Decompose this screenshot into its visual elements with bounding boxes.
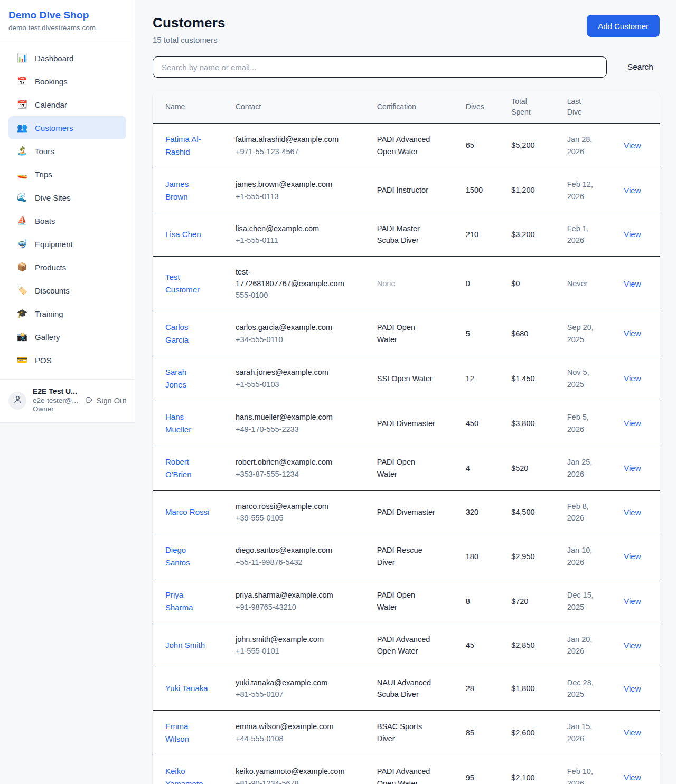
package-icon: 📦 xyxy=(17,263,29,271)
calendar-icon: 📅 xyxy=(17,77,29,86)
customer-name-link[interactable]: Carlos Garcia xyxy=(165,321,210,346)
sailboat-icon: ⛵ xyxy=(17,216,29,225)
view-link[interactable]: View xyxy=(624,773,641,782)
view-link[interactable]: View xyxy=(624,728,641,737)
customer-name-link[interactable]: Fatima Al-Rashid xyxy=(165,133,210,158)
certification-value: PADI Master Scuba Diver xyxy=(377,223,436,247)
sidebar-item-dive-sites[interactable]: 🌊 Dive Sites xyxy=(8,186,126,209)
sidebar-item-customers[interactable]: 👥 Customers xyxy=(8,116,126,139)
shop-logo[interactable]: Demo Dive Shop demo.test.divestreams.com xyxy=(0,0,135,40)
sidebar-item-label: Trips xyxy=(35,170,52,179)
customer-name-link[interactable]: John Smith xyxy=(165,639,205,651)
total-spent-value: $2,100 xyxy=(505,755,561,784)
customer-name-link[interactable]: Hans Mueller xyxy=(165,411,210,436)
total-spent-value: $680 xyxy=(505,311,561,356)
sidebar-item-bookings[interactable]: 📅 Bookings xyxy=(8,70,126,93)
credit-card-icon: 💳 xyxy=(17,356,29,364)
camera-icon: 📸 xyxy=(17,333,29,341)
sidebar-item-gallery[interactable]: 📸 Gallery xyxy=(8,325,126,348)
total-spent-value: $720 xyxy=(505,579,561,624)
view-link[interactable]: View xyxy=(624,329,641,338)
certification-value: BSAC Sports Diver xyxy=(377,721,436,744)
sidebar-item-calendar[interactable]: 📆 Calendar xyxy=(8,93,126,116)
sidebar-item-pos[interactable]: 💳 POS xyxy=(8,348,126,372)
user-info: E2E Test U... e2e-tester@... Owner xyxy=(33,387,85,414)
customer-email: robert.obrien@example.com xyxy=(236,456,345,468)
sidebar-item-tours[interactable]: 🏝️ Tours xyxy=(8,139,126,163)
customer-name-link[interactable]: Robert O'Brien xyxy=(165,456,210,481)
customer-email: sarah.jones@example.com xyxy=(236,366,345,378)
sidebar-item-products[interactable]: 📦 Products xyxy=(8,256,126,279)
customer-name-link[interactable]: Emma Wilson xyxy=(165,720,210,745)
sidebar-item-boats[interactable]: ⛵ Boats xyxy=(8,209,126,232)
certification-value: None xyxy=(377,278,396,289)
customer-name-link[interactable]: Marco Rossi xyxy=(165,506,209,518)
customers-table: Name Contact Certification Dives Total S… xyxy=(153,91,660,784)
table-header-row: Name Contact Certification Dives Total S… xyxy=(153,91,660,123)
table-row: James Brown james.brown@example.com +1-5… xyxy=(153,168,660,213)
last-dive-value: Nov 5, 2025 xyxy=(567,366,601,390)
total-spent-value: $1,800 xyxy=(505,667,561,710)
tag-icon: 🏷️ xyxy=(17,286,29,295)
table-row: Diego Santos diego.santos@example.com +5… xyxy=(153,534,660,579)
customer-name-link[interactable]: Test Customer xyxy=(165,271,210,296)
customer-name-link[interactable]: Lisa Chen xyxy=(165,228,201,241)
view-link[interactable]: View xyxy=(624,552,641,561)
customer-email: emma.wilson@example.com xyxy=(236,721,345,732)
customers-table-card: Name Contact Certification Dives Total S… xyxy=(153,91,660,784)
wave-icon: 🌊 xyxy=(17,193,29,202)
total-spent-value: $4,500 xyxy=(505,490,561,534)
view-link[interactable]: View xyxy=(624,230,641,239)
dives-value: 45 xyxy=(459,624,505,667)
customer-name-link[interactable]: Sarah Jones xyxy=(165,366,210,391)
sign-out-button[interactable]: Sign Out xyxy=(85,396,126,405)
sidebar-item-training[interactable]: 🎓 Training xyxy=(8,302,126,325)
customer-phone: +353-87-555-1234 xyxy=(236,468,345,480)
view-link[interactable]: View xyxy=(624,508,641,517)
dives-value: 210 xyxy=(459,213,505,256)
sidebar-item-equipment[interactable]: 🤿 Equipment xyxy=(8,232,126,256)
customer-name-link[interactable]: Keiko Yamamoto xyxy=(165,765,210,784)
table-row: Hans Mueller hans.mueller@example.com +4… xyxy=(153,401,660,446)
customer-phone: +971-55-123-4567 xyxy=(236,146,345,157)
view-link[interactable]: View xyxy=(624,641,641,650)
last-dive-value: Jan 10, 2026 xyxy=(567,544,601,568)
customer-name-link[interactable]: Yuki Tanaka xyxy=(165,682,208,695)
dives-value: 12 xyxy=(459,356,505,401)
column-header-actions xyxy=(617,91,660,123)
sidebar-item-label: Calendar xyxy=(35,100,67,109)
table-row: Marco Rossi marco.rossi@example.com +39-… xyxy=(153,490,660,534)
view-link[interactable]: View xyxy=(624,279,641,288)
view-link[interactable]: View xyxy=(624,374,641,383)
view-link[interactable]: View xyxy=(624,141,641,150)
customer-name-link[interactable]: Priya Sharma xyxy=(165,589,210,614)
add-customer-button[interactable]: Add Customer xyxy=(587,15,660,37)
search-input[interactable] xyxy=(153,56,607,78)
last-dive-value: Dec 28, 2025 xyxy=(567,677,601,701)
dives-value: 8 xyxy=(459,579,505,624)
search-button[interactable]: Search xyxy=(621,59,660,75)
island-icon: 🏝️ xyxy=(17,147,29,155)
customer-email: priya.sharma@example.com xyxy=(236,589,345,601)
sidebar-item-label: Dive Sites xyxy=(35,193,71,202)
view-link[interactable]: View xyxy=(624,186,641,195)
sidebar-nav: 📊 Dashboard 📅 Bookings 📆 Calendar 👥 Cust… xyxy=(0,40,135,379)
table-row: John Smith john.smith@example.com +1-555… xyxy=(153,624,660,667)
view-link[interactable]: View xyxy=(624,684,641,693)
sidebar-item-discounts[interactable]: 🏷️ Discounts xyxy=(8,279,126,302)
certification-value: PADI Advanced Open Water xyxy=(377,766,436,784)
certification-value: PADI Advanced Open Water xyxy=(377,134,436,157)
view-link[interactable]: View xyxy=(624,597,641,606)
total-spent-value: $2,950 xyxy=(505,534,561,579)
dives-value: 4 xyxy=(459,446,505,490)
total-spent-value: $5,200 xyxy=(505,123,561,168)
view-link[interactable]: View xyxy=(624,464,641,473)
customer-phone: +55-11-99876-5432 xyxy=(236,556,345,568)
view-link[interactable]: View xyxy=(624,419,641,428)
sidebar-item-dashboard[interactable]: 📊 Dashboard xyxy=(8,46,126,70)
sidebar-item-trips[interactable]: 🚤 Trips xyxy=(8,163,126,186)
last-dive-value: Feb 5, 2026 xyxy=(567,411,601,435)
last-dive-value: Jan 15, 2026 xyxy=(567,721,601,744)
customer-name-link[interactable]: Diego Santos xyxy=(165,544,210,569)
customer-name-link[interactable]: James Brown xyxy=(165,178,210,203)
